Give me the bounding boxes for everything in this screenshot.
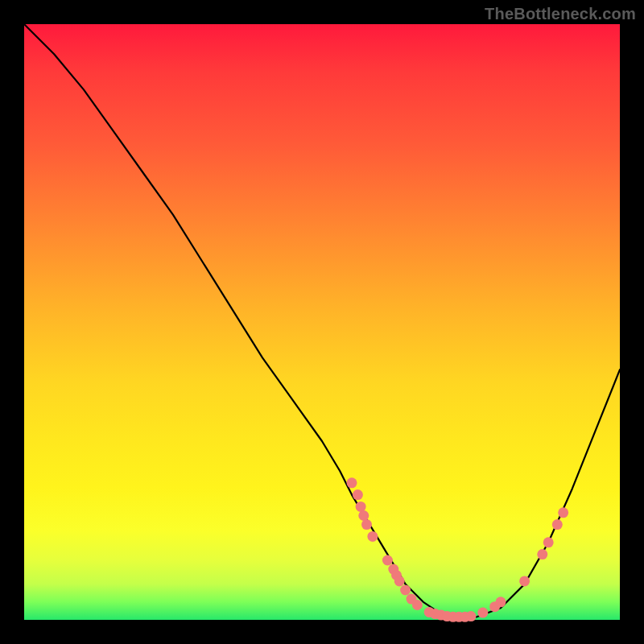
highlight-dot xyxy=(353,489,363,500)
highlight-dot xyxy=(400,585,411,596)
highlight-dot xyxy=(347,477,357,488)
watermark-text: TheBottleneck.com xyxy=(485,5,636,23)
highlight-dot xyxy=(519,576,530,586)
highlight-dot xyxy=(558,507,568,518)
highlight-dot xyxy=(537,549,547,559)
highlight-dot xyxy=(358,510,369,521)
chart-overlay xyxy=(24,24,620,620)
highlight-dot xyxy=(394,576,405,586)
highlight-dot xyxy=(361,519,372,530)
highlight-dot xyxy=(466,611,477,621)
highlight-dot xyxy=(543,537,554,547)
highlight-dot xyxy=(367,531,378,542)
highlight-dot xyxy=(412,600,423,610)
highlight-dot xyxy=(496,597,506,607)
bottleneck-curve xyxy=(24,24,620,617)
highlight-dot xyxy=(382,555,393,566)
highlight-dots xyxy=(347,477,569,622)
chart-frame: TheBottleneck.com xyxy=(0,0,644,644)
highlight-dot xyxy=(477,608,488,618)
highlight-dot xyxy=(552,519,563,530)
highlight-dot xyxy=(356,502,366,512)
